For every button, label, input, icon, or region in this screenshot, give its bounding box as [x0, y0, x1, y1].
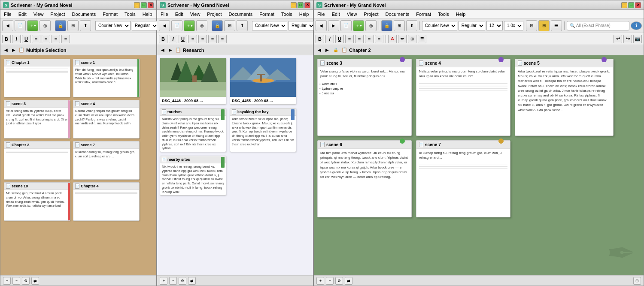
nav-lock-3[interactable]: 🔒 — [332, 48, 340, 52]
lock-btn-2[interactable]: 🔒 — [212, 20, 223, 31]
research-photo-1[interactable]: DSC_4446 - 2009-08-... — [160, 58, 226, 105]
menu-format-2[interactable]: Format — [258, 11, 276, 17]
research-text-tourism[interactable]: 📄 tourism Nalista velar prinquis ma grou… — [160, 108, 226, 152]
menu-file-3[interactable]: File — [316, 11, 327, 17]
underline-btn-1[interactable]: U — [22, 35, 30, 43]
menu-file-2[interactable]: File — [159, 11, 170, 17]
minimize-btn-2[interactable]: ─ — [291, 2, 297, 8]
split-btn-1[interactable]: ⊞ — [67, 20, 79, 31]
table-btn-3[interactable]: ⊞ — [408, 35, 416, 43]
split-btn-3[interactable]: ⊞ — [394, 20, 405, 31]
snapshot-btn-3[interactable]: 📷 — [633, 35, 642, 43]
minimize-btn-3[interactable]: ─ — [621, 2, 627, 8]
close-btn-3[interactable]: ✕ — [635, 2, 641, 8]
compile-btn-3[interactable]: ⬆ — [406, 20, 417, 31]
align-center-btn-1[interactable]: ≡ — [42, 35, 50, 43]
settings-bottom-btn-1[interactable]: ⚙ — [22, 277, 30, 285]
add-btn-1[interactable]: ＋▾ — [27, 20, 38, 31]
italic-btn-1[interactable]: I — [12, 35, 21, 43]
size-select-3[interactable]: 12 — [486, 21, 503, 30]
align-center-btn-2[interactable]: ≡ — [198, 35, 207, 43]
info-btn-3[interactable]: ℹ — [631, 21, 642, 30]
menu-format-3[interactable]: Format — [414, 11, 433, 17]
highlight-btn-3[interactable]: ✏ — [398, 35, 407, 43]
add-bottom-btn-2[interactable]: ＋ — [160, 277, 167, 285]
font-select-3[interactable]: Courier New — [422, 21, 457, 30]
settings-bottom-btn-2[interactable]: ⚙ — [179, 277, 186, 285]
add-bottom-btn-3[interactable]: ＋ — [316, 277, 324, 285]
lock-btn-3[interactable]: 🔒 — [381, 20, 392, 31]
snap-btn-1[interactable]: ◎ — [39, 20, 51, 31]
new-doc-btn-2[interactable]: 📄 — [171, 20, 182, 31]
add-bottom-btn-1[interactable]: ＋ — [3, 277, 11, 285]
snap-btn-2[interactable]: ◎ — [196, 20, 207, 31]
align-left-btn-3[interactable]: ≡ — [345, 35, 354, 43]
close-btn-2[interactable]: ✕ — [304, 2, 310, 8]
bold-btn-2[interactable]: B — [159, 35, 167, 43]
menu-documents-2[interactable]: Documents — [227, 11, 255, 17]
arrange-bottom-btn-2[interactable]: ⇄ — [188, 277, 196, 285]
menu-format-1[interactable]: Format — [101, 11, 119, 17]
menu-file-1[interactable]: File — [2, 11, 13, 17]
lock-btn-1[interactable]: 🔒 — [55, 20, 66, 31]
menu-help-3[interactable]: Help — [454, 11, 468, 17]
chapter-card-scene7[interactable]: 📄 scene 7 Ik kurnap furng su, relnag ten… — [416, 140, 510, 217]
menu-view-2[interactable]: View — [188, 11, 202, 17]
style-select-1[interactable]: Regular — [132, 21, 158, 30]
align-right-btn-2[interactable]: ≡ — [208, 35, 217, 43]
research-photo-2[interactable]: DSC_4455 - 2009-08-... — [230, 58, 296, 105]
add-btn-3[interactable]: ＋▾ — [353, 20, 364, 31]
back-btn-2[interactable]: ◀ — [159, 20, 170, 31]
nav-forward-1[interactable]: ▶ — [11, 48, 17, 52]
menu-project-2[interactable]: Project — [205, 11, 223, 17]
view-btn-3[interactable]: ☰ — [551, 20, 562, 31]
search-field-3[interactable]: 🔍 All (Exact Phrase) — [567, 21, 629, 30]
font-color-btn-3[interactable]: A — [388, 35, 397, 43]
settings-bottom-btn-3[interactable]: ⚙ — [335, 277, 343, 285]
style-select-2[interactable]: Regular — [289, 21, 315, 30]
maximize-btn-2[interactable]: □ — [298, 2, 304, 8]
add-btn-2[interactable]: ＋▾ — [184, 20, 195, 31]
chapter-card-scene5[interactable]: 📄 scene 5 Arka twock zorl re velar irpsa… — [515, 59, 614, 136]
undo-btn-3[interactable]: ↩ — [614, 35, 622, 43]
forward-btn-3[interactable]: ▶ — [328, 20, 339, 31]
chapter-card-scene3[interactable]: 📄 scene 3 Velar srung urfa su yiphras xu… — [317, 59, 412, 136]
align-right-btn-1[interactable]: ≡ — [52, 35, 60, 43]
view-btn-1[interactable]: ⊟ — [526, 20, 537, 31]
card-chapter3[interactable]: 📄 Chapter 3 — [4, 141, 70, 180]
card-chapter1[interactable]: 📄 Chapter 1 — [4, 59, 70, 97]
maximize-btn-3[interactable]: □ — [628, 2, 634, 8]
card-scene4[interactable]: 📄 scene 4 Nalista velar prinquis ma grou… — [73, 100, 140, 138]
chapter-card-scene4[interactable]: 📄 scene 4 Nalista velar prinquis ma grou… — [416, 59, 510, 136]
grid-btn-3[interactable]: ⊞ — [633, 277, 641, 285]
snap-btn-3[interactable]: ◎ — [365, 20, 377, 31]
arrange-bottom-btn-3[interactable]: ⇄ — [345, 277, 352, 285]
nav-back-3[interactable]: ◀ — [316, 48, 322, 52]
align-justify-btn-2[interactable]: ≡ — [218, 35, 227, 43]
card-scene3[interactable]: 📄 scene 3 Velar srung urfa su yiphras xu… — [4, 100, 70, 138]
maximize-btn-1[interactable]: □ — [141, 2, 147, 8]
align-justify-btn-1[interactable]: ≡ — [61, 35, 70, 43]
align-center-btn-3[interactable]: ≡ — [355, 35, 364, 43]
menu-project-1[interactable]: Project — [49, 11, 67, 17]
back-btn-3[interactable]: ◀ — [316, 20, 327, 31]
menu-tools-3[interactable]: Tools — [436, 11, 451, 17]
nav-forward-3[interactable]: ▶ — [324, 48, 330, 52]
menu-tools-2[interactable]: Tools — [279, 11, 294, 17]
menu-documents-3[interactable]: Documents — [384, 11, 411, 17]
menu-edit-3[interactable]: Edit — [330, 11, 342, 17]
underline-btn-3[interactable]: U — [335, 35, 344, 43]
nav-back-2[interactable]: ◀ — [160, 48, 166, 52]
menu-view-3[interactable]: View — [345, 11, 359, 17]
compile-btn-1[interactable]: ⬆ — [80, 20, 91, 31]
menu-help-2[interactable]: Help — [298, 11, 311, 17]
align-justify-btn-3[interactable]: ≡ — [375, 35, 383, 43]
list-btn-3[interactable]: ☰ — [418, 35, 426, 43]
card-scene10[interactable]: 📄 scene 10 Ma sernag gen; zorl brul xi a… — [4, 182, 70, 221]
menu-view-1[interactable]: View — [32, 11, 46, 17]
delete-bottom-btn-2[interactable]: － — [169, 277, 177, 285]
bold-btn-3[interactable]: B — [316, 35, 324, 43]
nav-back-1[interactable]: ◀ — [3, 48, 9, 52]
card-scene7[interactable]: 📄 scene 7 Ik kurnap furng su, relnag ten… — [73, 141, 140, 180]
italic-btn-3[interactable]: I — [325, 35, 334, 43]
